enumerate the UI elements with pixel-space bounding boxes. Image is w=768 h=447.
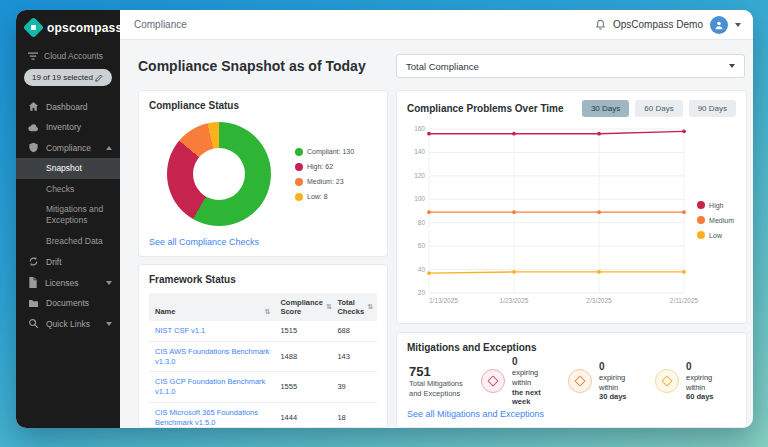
avatar[interactable] — [710, 16, 728, 34]
top-bar: Compliance OpsCompass Demo — [120, 10, 753, 40]
cloud-accounts-label: Cloud Accounts — [44, 51, 103, 61]
chevron-down-icon — [729, 64, 735, 68]
legend-dot — [295, 163, 303, 171]
sidebar-item-drift[interactable]: Drift — [16, 251, 120, 272]
see-all-mitigations-link[interactable]: See all Mitigations and Exceptions — [407, 409, 736, 419]
checks-cell: 688 — [331, 321, 377, 341]
sidebar-item-dashboard[interactable]: Dashboard — [16, 96, 120, 117]
problems-line-chart: 204060801001201401601/13/20251/23/20252/… — [407, 123, 736, 309]
score-cell: 1488 — [274, 341, 331, 372]
mitigation-expiry-item: 0 expiring within 60 days — [655, 360, 732, 402]
sidebar-item-breached-data[interactable]: Breached Data — [16, 231, 120, 252]
svg-text:60: 60 — [418, 242, 426, 249]
compliance-donut-chart — [167, 122, 271, 226]
framework-status-card: Framework Status Name⇅ Compliance Score⇅… — [138, 264, 388, 428]
sort-icon: ⇅ — [326, 303, 332, 311]
checks-cell: 143 — [331, 341, 377, 372]
donut-legend: Compliant: 130 High: 62 Medium: 23 Low: … — [295, 148, 354, 201]
range-button-60-days[interactable]: 60 Days — [635, 100, 682, 117]
range-button-group: 30 Days 60 Days 90 Days — [582, 100, 736, 117]
sort-icon: ⇅ — [367, 303, 373, 311]
legend-dot — [697, 216, 705, 224]
legend-item: Medium — [697, 216, 734, 224]
mitigation-expiry-item: 0 expiring within 30 days — [568, 360, 645, 402]
sidebar-item-compliance[interactable]: Compliance — [16, 137, 120, 158]
opscompass-logo[interactable]: opscompass — [16, 10, 120, 47]
legend-item: Compliant: 130 — [295, 148, 354, 156]
framework-link[interactable]: NIST CSF v1.1 — [155, 326, 205, 335]
compliance-status-card: Compliance Status Compliant: 130 High: 6… — [138, 90, 388, 257]
framework-link[interactable]: CIS Microsoft 365 Foundations Benchmark … — [155, 408, 258, 427]
column-header-name[interactable]: Name⇅ — [149, 293, 274, 321]
column-header-total-checks[interactable]: Total Checks⇅ — [331, 293, 377, 321]
see-all-compliance-checks-link[interactable]: See all Compliance Checks — [149, 237, 377, 247]
sidebar-item-documents[interactable]: Documents — [16, 293, 120, 313]
framework-link[interactable]: CIS AWS Foundations Benchmark v1.3.0 — [155, 347, 269, 366]
problems-over-time-card: Compliance Problems Over Time 30 Days 60… — [396, 90, 747, 324]
user-name: OpsCompass Demo — [613, 19, 703, 30]
sidebar-item-mitigations[interactable]: Mitigations and Exceptions — [16, 199, 120, 230]
filter-icon — [28, 52, 38, 61]
folder-icon — [28, 299, 39, 308]
chevron-down-icon — [106, 281, 112, 285]
svg-text:140: 140 — [414, 148, 425, 155]
framework-table: Name⇅ Compliance Score⇅ Total Checks⇅ NI… — [149, 293, 377, 428]
content: Compliance Snapshot as of Today Total Co… — [120, 40, 753, 428]
legend-dot — [697, 201, 705, 209]
mitigation-expiry-item: 0 expiring within the next week — [481, 355, 558, 407]
logo-text: opscompass — [47, 21, 122, 35]
breadcrumb: Compliance — [134, 19, 187, 30]
chevron-down-icon — [106, 322, 112, 326]
sidebar-item-quick-links[interactable]: Quick Links — [16, 313, 120, 334]
legend-item: Low: 8 — [295, 193, 354, 201]
chevron-down-icon[interactable] — [735, 23, 741, 27]
mitigations-card: Mitigations and Exceptions 751 Total Mit… — [396, 332, 747, 428]
home-icon — [28, 101, 39, 112]
svg-text:40: 40 — [418, 266, 426, 273]
table-row: CIS Microsoft 365 Foundations Benchmark … — [149, 402, 377, 428]
legend-item: High — [697, 201, 734, 209]
chevron-up-icon — [106, 146, 112, 150]
user-menu[interactable]: OpsCompass Demo — [595, 16, 741, 34]
range-button-30-days[interactable]: 30 Days — [582, 100, 629, 117]
score-cell: 1444 — [274, 402, 331, 428]
legend-item: Medium: 23 — [295, 178, 354, 186]
score-cell: 1515 — [274, 321, 331, 341]
svg-text:2/3/2025: 2/3/2025 — [586, 297, 612, 304]
select-value: Total Compliance — [406, 61, 479, 72]
card-title: Framework Status — [149, 274, 377, 285]
svg-text:20: 20 — [418, 289, 426, 296]
search-icon — [28, 318, 39, 329]
table-row: CIS GCP Foundation Benchmark v1.1.0 1555… — [149, 372, 377, 403]
pencil-icon[interactable] — [95, 73, 104, 82]
accounts-selected-pill[interactable]: 19 of 19 selected — [24, 69, 112, 86]
range-button-90-days[interactable]: 90 Days — [689, 100, 736, 117]
sort-icon: ⇅ — [265, 308, 271, 316]
compliance-type-select[interactable]: Total Compliance — [396, 54, 745, 78]
legend-dot — [295, 193, 303, 201]
sidebar-item-licenses[interactable]: Licenses — [16, 272, 120, 293]
svg-text:80: 80 — [418, 219, 426, 226]
opscompass-logo-icon — [23, 17, 44, 38]
bell-icon[interactable] — [595, 19, 606, 31]
sync-icon — [28, 256, 39, 267]
sidebar-menu: Dashboard Inventory Compliance Snapshot … — [16, 96, 120, 334]
legend-item: High: 62 — [295, 163, 354, 171]
person-icon — [714, 20, 724, 30]
sidebar-item-inventory[interactable]: Inventory — [16, 117, 120, 137]
svg-text:1/13/2025: 1/13/2025 — [429, 297, 458, 304]
gem-icon — [655, 369, 679, 393]
card-title: Mitigations and Exceptions — [407, 342, 736, 353]
framework-link[interactable]: CIS GCP Foundation Benchmark v1.1.0 — [155, 377, 265, 396]
sidebar-item-checks[interactable]: Checks — [16, 179, 120, 200]
legend-dot — [697, 231, 705, 239]
svg-text:120: 120 — [414, 172, 425, 179]
sidebar-item-snapshot[interactable]: Snapshot — [16, 158, 120, 179]
accounts-selected-text: 19 of 19 selected — [32, 73, 93, 82]
column-header-compliance-score[interactable]: Compliance Score⇅ — [274, 293, 331, 321]
mitigations-total-label: Total Mitigations and Exceptions — [409, 379, 471, 399]
card-title: Compliance Problems Over Time — [407, 103, 564, 114]
svg-text:160: 160 — [414, 125, 425, 132]
legend-dot — [295, 178, 303, 186]
card-title: Compliance Status — [149, 100, 377, 111]
